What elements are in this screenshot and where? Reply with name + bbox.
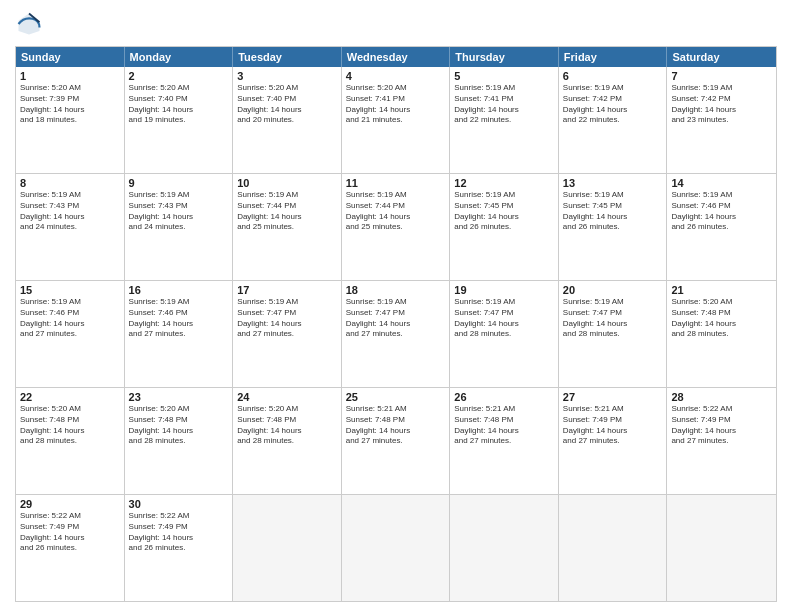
cal-cell-empty-3-6 xyxy=(667,495,776,601)
cal-cell-14: 14Sunrise: 5:19 AM Sunset: 7:46 PM Dayli… xyxy=(667,174,776,280)
cal-cell-3: 3Sunrise: 5:20 AM Sunset: 7:40 PM Daylig… xyxy=(233,67,342,173)
cal-cell-empty-3-5 xyxy=(559,495,668,601)
page: SundayMondayTuesdayWednesdayThursdayFrid… xyxy=(0,0,792,612)
header-day-tuesday: Tuesday xyxy=(233,47,342,67)
logo-icon xyxy=(15,10,43,38)
cal-cell-13: 13Sunrise: 5:19 AM Sunset: 7:45 PM Dayli… xyxy=(559,174,668,280)
calendar-header: SundayMondayTuesdayWednesdayThursdayFrid… xyxy=(16,47,776,67)
cal-cell-21: 21Sunrise: 5:20 AM Sunset: 7:48 PM Dayli… xyxy=(667,281,776,387)
cal-cell-29: 29Sunrise: 5:22 AM Sunset: 7:49 PM Dayli… xyxy=(16,495,125,601)
cal-cell-empty-3-3 xyxy=(342,495,451,601)
cal-cell-15: 15Sunrise: 5:19 AM Sunset: 7:46 PM Dayli… xyxy=(16,281,125,387)
cal-week-1: 1Sunrise: 5:20 AM Sunset: 7:39 PM Daylig… xyxy=(16,67,776,174)
cal-cell-11: 11Sunrise: 5:19 AM Sunset: 7:44 PM Dayli… xyxy=(342,174,451,280)
cal-week-3: 15Sunrise: 5:19 AM Sunset: 7:46 PM Dayli… xyxy=(16,281,776,388)
calendar: SundayMondayTuesdayWednesdayThursdayFrid… xyxy=(15,46,777,602)
cal-week-4: 22Sunrise: 5:20 AM Sunset: 7:48 PM Dayli… xyxy=(16,388,776,495)
header-day-thursday: Thursday xyxy=(450,47,559,67)
cal-cell-18: 18Sunrise: 5:19 AM Sunset: 7:47 PM Dayli… xyxy=(342,281,451,387)
cal-cell-19: 19Sunrise: 5:19 AM Sunset: 7:47 PM Dayli… xyxy=(450,281,559,387)
cal-week-2: 8Sunrise: 5:19 AM Sunset: 7:43 PM Daylig… xyxy=(16,174,776,281)
cal-cell-2: 2Sunrise: 5:20 AM Sunset: 7:40 PM Daylig… xyxy=(125,67,234,173)
cal-cell-22: 22Sunrise: 5:20 AM Sunset: 7:48 PM Dayli… xyxy=(16,388,125,494)
cal-cell-8: 8Sunrise: 5:19 AM Sunset: 7:43 PM Daylig… xyxy=(16,174,125,280)
cal-cell-17: 17Sunrise: 5:19 AM Sunset: 7:47 PM Dayli… xyxy=(233,281,342,387)
calendar-body: 1Sunrise: 5:20 AM Sunset: 7:39 PM Daylig… xyxy=(16,67,776,601)
cal-cell-10: 10Sunrise: 5:19 AM Sunset: 7:44 PM Dayli… xyxy=(233,174,342,280)
cal-cell-4: 4Sunrise: 5:20 AM Sunset: 7:41 PM Daylig… xyxy=(342,67,451,173)
cal-cell-empty-3-4 xyxy=(450,495,559,601)
cal-cell-27: 27Sunrise: 5:21 AM Sunset: 7:49 PM Dayli… xyxy=(559,388,668,494)
header-day-friday: Friday xyxy=(559,47,668,67)
cal-cell-9: 9Sunrise: 5:19 AM Sunset: 7:43 PM Daylig… xyxy=(125,174,234,280)
cal-cell-26: 26Sunrise: 5:21 AM Sunset: 7:48 PM Dayli… xyxy=(450,388,559,494)
cal-week-5: 29Sunrise: 5:22 AM Sunset: 7:49 PM Dayli… xyxy=(16,495,776,601)
header xyxy=(15,10,777,38)
cal-cell-25: 25Sunrise: 5:21 AM Sunset: 7:48 PM Dayli… xyxy=(342,388,451,494)
cal-cell-5: 5Sunrise: 5:19 AM Sunset: 7:41 PM Daylig… xyxy=(450,67,559,173)
header-day-wednesday: Wednesday xyxy=(342,47,451,67)
cal-cell-16: 16Sunrise: 5:19 AM Sunset: 7:46 PM Dayli… xyxy=(125,281,234,387)
header-day-sunday: Sunday xyxy=(16,47,125,67)
cal-cell-12: 12Sunrise: 5:19 AM Sunset: 7:45 PM Dayli… xyxy=(450,174,559,280)
cal-cell-24: 24Sunrise: 5:20 AM Sunset: 7:48 PM Dayli… xyxy=(233,388,342,494)
cal-cell-7: 7Sunrise: 5:19 AM Sunset: 7:42 PM Daylig… xyxy=(667,67,776,173)
header-day-saturday: Saturday xyxy=(667,47,776,67)
cal-cell-1: 1Sunrise: 5:20 AM Sunset: 7:39 PM Daylig… xyxy=(16,67,125,173)
cal-cell-20: 20Sunrise: 5:19 AM Sunset: 7:47 PM Dayli… xyxy=(559,281,668,387)
logo xyxy=(15,10,47,38)
cal-cell-6: 6Sunrise: 5:19 AM Sunset: 7:42 PM Daylig… xyxy=(559,67,668,173)
cal-cell-30: 30Sunrise: 5:22 AM Sunset: 7:49 PM Dayli… xyxy=(125,495,234,601)
cal-cell-23: 23Sunrise: 5:20 AM Sunset: 7:48 PM Dayli… xyxy=(125,388,234,494)
header-day-monday: Monday xyxy=(125,47,234,67)
cal-cell-empty-3-2 xyxy=(233,495,342,601)
cal-cell-28: 28Sunrise: 5:22 AM Sunset: 7:49 PM Dayli… xyxy=(667,388,776,494)
